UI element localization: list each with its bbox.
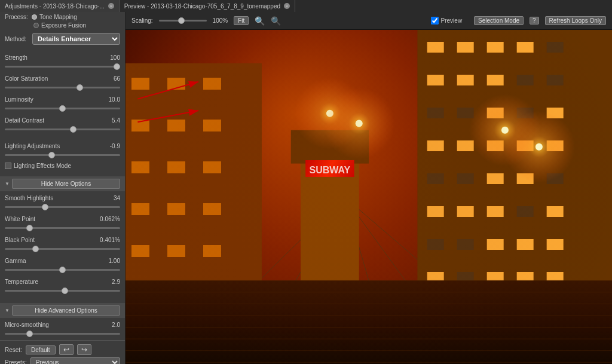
hdr-preview-canvas	[126, 30, 612, 364]
fit-btn[interactable]: Fit	[234, 16, 249, 25]
black-point-slider-row: Black Point 0.401%	[0, 234, 125, 255]
color-saturation-slider-row: Color Saturation 66	[0, 73, 125, 94]
temperature-slider-row: Temperature 2.9	[0, 276, 125, 297]
white-point-slider-row: White Point 0.062%	[0, 213, 125, 234]
hide-advanced-options-btn[interactable]: Hide Advanced Options	[12, 305, 120, 316]
lighting-effects-row: Lighting Effects Mode	[0, 161, 125, 170]
lighting-adj-slider[interactable]	[5, 151, 120, 159]
advanced-options-header: ▼ Hide Advanced Options	[0, 303, 125, 318]
redo-btn[interactable]: ↪	[77, 344, 91, 355]
selection-mode-btn[interactable]: Selection Mode	[474, 16, 524, 25]
gamma-slider[interactable]	[5, 265, 120, 274]
preview-checkbox[interactable]	[431, 17, 439, 25]
tone-mapping-dot	[32, 14, 37, 20]
hide-more-options-btn[interactable]: Hide More Options	[12, 179, 120, 189]
micro-smoothing-slider-row: Micro-smoothing 2.0	[0, 319, 125, 340]
exposure-fusion-radio[interactable]: Exposure Fusion	[33, 22, 86, 29]
reset-row: Reset: Default ↩ ↪	[5, 344, 120, 355]
micro-smoothing-slider[interactable]	[5, 329, 120, 338]
zoom-in-icon[interactable]: 🔍	[255, 16, 265, 26]
title-bar: Adjustments - 2013-03-18-Chicago-... × P…	[0, 0, 612, 12]
luminosity-slider[interactable]	[5, 104, 120, 112]
exposure-fusion-dot	[33, 23, 39, 28]
detail-contrast-slider[interactable]	[5, 125, 120, 133]
strength-slider-row: Strength 100	[0, 52, 125, 73]
color-saturation-slider[interactable]	[5, 83, 120, 91]
refresh-loops-btn[interactable]: Refresh Loops Only	[545, 16, 606, 25]
advanced-options-triangle: ▼	[5, 308, 10, 313]
right-panel: Scaling: 100% Fit 🔍 🔍 Preview Selection …	[126, 12, 612, 364]
method-select[interactable]: Details Enhancer	[32, 33, 120, 45]
presets-select[interactable]: Previous	[30, 357, 120, 364]
left-panel: Process: Tone Mapping Exposure Fusion Me…	[0, 12, 126, 364]
preview-title-bar: Preview - 2013-03-18-Chicago-705_6_7_8_9…	[120, 0, 295, 12]
bottom-controls: Reset: Default ↩ ↪ Presets: Previous	[0, 340, 125, 364]
gamma-slider-row: Gamma 1.00	[0, 255, 125, 276]
help-btn[interactable]: ?	[530, 17, 539, 25]
exposure-fusion-row: Exposure Fusion	[0, 22, 125, 30]
zoom-out-icon[interactable]: 🔍	[271, 16, 281, 26]
smooth-highlights-slider[interactable]	[5, 203, 120, 211]
luminosity-slider-row: Luminosity 10.0	[0, 94, 125, 115]
adjustments-title: Adjustments - 2013-03-18-Chicago-... ×	[0, 0, 120, 12]
method-row: Method: Details Enhancer	[0, 30, 125, 47]
right-options: Selection Mode ? Refresh Loops Only	[474, 16, 606, 25]
default-btn[interactable]: Default	[26, 345, 56, 354]
black-point-slider[interactable]	[5, 244, 120, 253]
more-options-triangle: ▼	[5, 181, 10, 186]
close-adjustments-btn[interactable]: ×	[108, 3, 114, 9]
main-area: Process: Tone Mapping Exposure Fusion Me…	[0, 12, 612, 364]
smooth-highlights-slider-row: Smooth Highlights 34	[0, 192, 125, 213]
scaling-slider[interactable]	[159, 17, 207, 25]
temperature-slider[interactable]	[5, 286, 120, 295]
process-row: Process: Tone Mapping	[0, 12, 125, 22]
preview-image-area	[126, 30, 612, 364]
preview-check-row: Preview	[431, 17, 463, 25]
presets-row: Presets: Previous	[5, 357, 120, 364]
close-preview-btn[interactable]: ×	[284, 3, 290, 9]
preview-header: Scaling: 100% Fit 🔍 🔍 Preview Selection …	[126, 12, 612, 30]
lighting-adj-slider-row: Lighting Adjustments -0.9	[0, 140, 125, 161]
undo-btn[interactable]: ↩	[59, 344, 74, 355]
tone-mapping-radio[interactable]: Tone Mapping	[32, 14, 77, 20]
lighting-effects-checkbox[interactable]	[5, 163, 11, 169]
white-point-slider[interactable]	[5, 224, 120, 232]
detail-contrast-slider-row: Detail Contrast 5.4	[0, 115, 125, 136]
strength-slider[interactable]	[5, 62, 120, 71]
more-options-header: ▼ Hide More Options	[0, 176, 125, 191]
